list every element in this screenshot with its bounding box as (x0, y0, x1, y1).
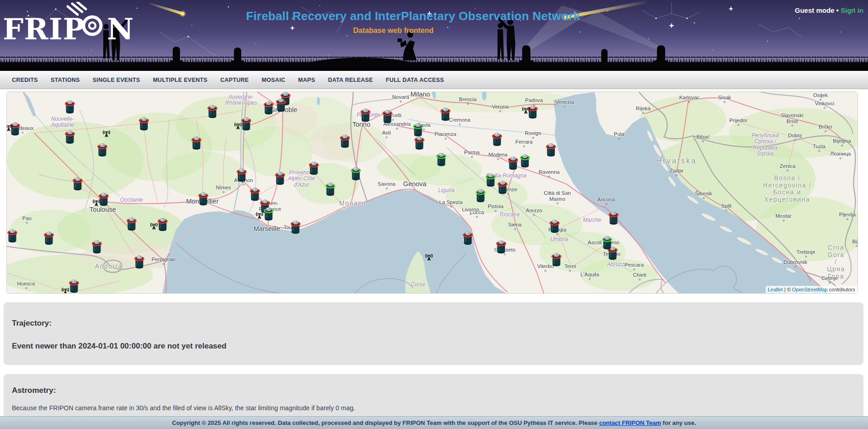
city-label: Ravenna (539, 169, 560, 177)
station-marker-red[interactable] (550, 252, 562, 268)
city-label: Savona (377, 181, 395, 189)
station-marker-red[interactable] (72, 176, 84, 193)
station-marker-red[interactable] (545, 142, 557, 159)
nav-item-mosaic[interactable]: MOSAIC (255, 77, 292, 83)
city-label: Karlovac (679, 95, 700, 103)
nav-item-stations[interactable]: STATIONS (44, 77, 86, 83)
station-marker-red[interactable] (43, 231, 55, 247)
station-marker-red[interactable] (495, 239, 507, 256)
shooting-star-left (147, 2, 186, 17)
antenna-icon (425, 252, 433, 263)
city-label: Bihać (697, 134, 710, 142)
station-marker-red[interactable] (360, 107, 371, 124)
city-label: Šibenik (695, 191, 712, 199)
station-marker-red[interactable] (549, 219, 561, 235)
station-marker-red[interactable] (308, 161, 320, 177)
station-marker-red[interactable] (491, 132, 503, 148)
station-marker-red[interactable] (6, 228, 18, 245)
station-marker-green[interactable] (601, 235, 613, 252)
nav-item-full-data-access[interactable]: FULL DATA ACCESS (379, 77, 450, 83)
station-marker-red[interactable] (96, 142, 108, 159)
city-label: Лозница (831, 151, 851, 159)
antenna-icon (255, 211, 264, 221)
station-marker-green[interactable] (412, 122, 424, 139)
city-label: Verona (492, 104, 508, 112)
station-marker-red[interactable] (68, 279, 80, 294)
city-dot (703, 197, 704, 199)
leaflet-link[interactable]: Leaflet (768, 287, 783, 292)
station-marker-red[interactable] (64, 129, 76, 146)
station-marker-red[interactable] (462, 231, 474, 247)
station-marker-red[interactable] (263, 100, 275, 117)
station-marker-red[interactable] (206, 104, 218, 120)
nav-item-data-release[interactable]: DATA RELEASE (322, 77, 380, 83)
nav-item-single-events[interactable]: SINGLE EVENTS (86, 77, 147, 83)
station-marker-red[interactable] (191, 135, 202, 152)
contact-fripon-link[interactable]: contact FRIPON Team (599, 419, 661, 426)
sign-in-link[interactable]: Sign in (841, 6, 863, 14)
city-dot (805, 256, 807, 257)
region-label: Auvergne- Rhône-Alpes (225, 94, 257, 107)
header-banner: FRIP N Fireball Recovery and InterPlanet… (0, 0, 868, 71)
stations-map[interactable]: Nouvelle- AquitaineOccitanieAuvergne- Rh… (6, 91, 858, 294)
station-marker-red[interactable] (197, 191, 209, 208)
station-marker-green[interactable] (435, 152, 447, 168)
station-marker-red[interactable] (381, 109, 393, 125)
city-label: Pula (614, 131, 624, 139)
city-label: Ferrara (515, 139, 533, 147)
city-label: Trebinje (796, 249, 815, 257)
osm-link[interactable]: OpenStreetMap (792, 287, 828, 292)
country-label: Andorra (95, 263, 122, 270)
nav-item-maps[interactable]: MAPS (292, 77, 322, 83)
svg-text:N: N (107, 12, 134, 46)
antenna-icon (234, 121, 242, 131)
station-marker-red[interactable] (497, 180, 508, 196)
svg-text:FRIP: FRIP (3, 12, 85, 46)
city-dot (589, 278, 591, 280)
city-dot (794, 139, 796, 141)
fripon-logo[interactable]: FRIP N (3, 2, 135, 48)
city-label: L'Aquila (581, 272, 599, 280)
city-dot (545, 270, 546, 272)
station-marker-green[interactable] (324, 182, 336, 198)
station-marker-red[interactable] (339, 134, 351, 150)
antenna-icon (61, 286, 69, 294)
city-dot (737, 124, 739, 126)
station-marker-red[interactable] (133, 254, 145, 271)
city-label: Terni (565, 263, 576, 272)
station-marker-red[interactable] (157, 217, 169, 233)
region-label: Marche (583, 217, 601, 223)
station-marker-red[interactable] (439, 107, 451, 123)
city-dot (243, 184, 244, 186)
station-marker-green[interactable] (350, 166, 362, 182)
main-nav: CREDITSSTATIONSSINGLE EVENTSMULTIPLE EVE… (0, 71, 868, 89)
page-subtitle: Database web frontend (353, 27, 434, 35)
station-marker-red[interactable] (126, 216, 138, 233)
station-marker-red[interactable] (64, 99, 76, 116)
station-marker-green[interactable] (475, 188, 487, 204)
city-dot (840, 157, 842, 159)
station-marker-green[interactable] (485, 172, 497, 189)
nav-item-credits[interactable]: CREDITS (5, 77, 44, 83)
city-dot (791, 124, 793, 126)
station-marker-red[interactable] (275, 97, 287, 114)
user-session-box: Guest mode • Sign in (795, 6, 863, 14)
station-marker-red[interactable] (608, 210, 619, 227)
station-marker-red[interactable] (290, 220, 302, 236)
station-marker-green[interactable] (263, 206, 275, 223)
station-marker-red[interactable] (274, 171, 286, 187)
city-dot (470, 213, 471, 215)
region-label: Nouvelle- Aquitaine (51, 116, 74, 129)
station-marker-red[interactable] (236, 167, 248, 184)
nav-item-multiple-events[interactable]: MULTIPLE EVENTS (147, 77, 214, 83)
nav-item-capture[interactable]: CAPTURE (214, 77, 255, 83)
station-marker-red[interactable] (91, 239, 103, 256)
station-marker-red[interactable] (507, 156, 519, 172)
city-dot (794, 266, 796, 268)
station-marker-green[interactable] (519, 153, 531, 170)
city-label: Cremona (449, 117, 470, 125)
footer-text: Copyright © 2025 All rights reserved. Da… (172, 419, 599, 426)
city-dot (471, 156, 473, 158)
station-marker-red[interactable] (138, 116, 150, 133)
antenna-icon (6, 123, 13, 133)
